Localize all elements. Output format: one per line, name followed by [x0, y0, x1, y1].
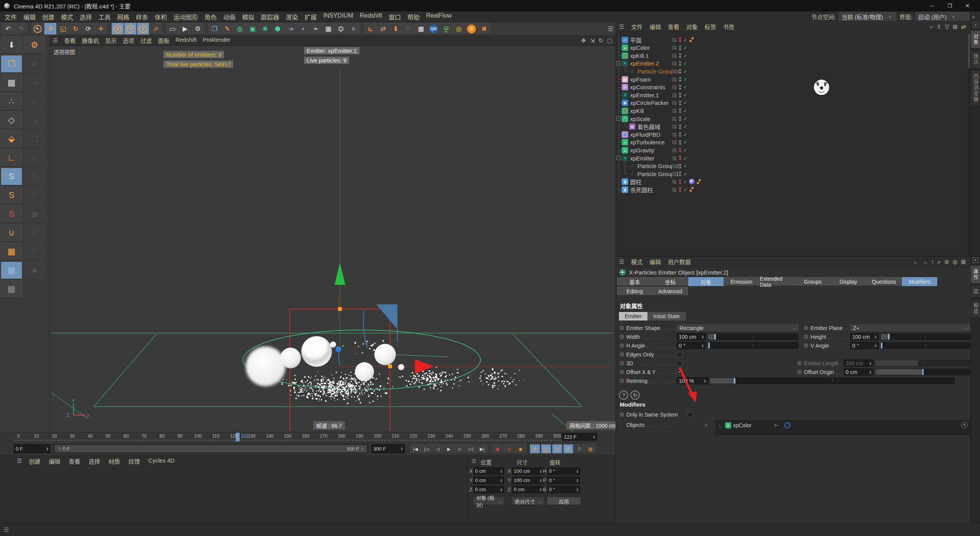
preview-range-bar[interactable]: ‖0 F300 F‖ [54, 444, 368, 453]
keyframe-selection-button[interactable]: ▤ [585, 444, 596, 454]
layer-toggle[interactable] [672, 163, 677, 168]
am-tab-属性[interactable]: 属性 [970, 265, 980, 284]
layer-toggle[interactable] [672, 38, 677, 42]
am-lock-icon[interactable]: ⊘ [944, 258, 949, 265]
coord-field-0-2[interactable]: 0 cm▲▼ [474, 486, 504, 493]
tree-row-xpGravity[interactable]: ⇣xpGravity✓ [616, 146, 967, 154]
layer-toggle[interactable] [672, 124, 677, 129]
om-add-tab-icon[interactable]: + [973, 22, 978, 28]
layer-toggle[interactable] [672, 69, 677, 74]
menu-选择[interactable]: 选择 [80, 12, 92, 21]
coord-field-2-1[interactable]: 0 °▲▼ [547, 477, 580, 484]
menu-创建[interactable]: 创建 [42, 12, 54, 21]
expand-icon[interactable]: − [616, 61, 621, 65]
workplane-grid-icon[interactable]: ▦ [1, 243, 22, 260]
3d-checkbox[interactable] [677, 361, 682, 366]
anim-dot-icon[interactable] [804, 343, 808, 348]
am-forward-icon[interactable]: → [922, 258, 928, 265]
visibility-dots[interactable] [679, 155, 681, 161]
offset-origin-slider[interactable] [875, 369, 970, 375]
model-mode-icon[interactable]: ❒ [1, 55, 22, 73]
width-field[interactable]: 100 cm▲▼ [677, 333, 706, 340]
key-rotation-toggle[interactable]: ↻ [552, 444, 562, 454]
layer-toggle[interactable] [672, 187, 677, 192]
attr-tab-Extended Data[interactable]: Extended Data [760, 277, 795, 286]
key-point-level-toggle[interactable]: ⠿ [574, 444, 585, 454]
tree-row-xpColor[interactable]: ●xpColor✓ [616, 44, 967, 52]
magnet-icon[interactable]: ∪ [1, 224, 22, 242]
sound-icon[interactable]: S [466, 23, 477, 34]
xparticles-tag-icon[interactable] [689, 187, 694, 192]
enable-check-icon[interactable]: ✓ [683, 53, 688, 59]
visibility-dots[interactable] [679, 140, 681, 145]
tree-row-xpFluidPBD[interactable]: ◆xpFluidPBD✓ [616, 131, 967, 138]
coordinate-system-icon[interactable]: ⬀ [150, 23, 162, 34]
key-scale-toggle[interactable]: ◱ [541, 444, 551, 454]
maximize-button[interactable]: ❐ [941, 3, 959, 9]
anim-dot-icon[interactable] [804, 335, 808, 339]
target-icon[interactable]: ◎ [453, 23, 465, 34]
coord-field-0-1[interactable]: 0 cm▲▼ [474, 477, 504, 484]
attr-tab-Groups[interactable]: Groups [795, 277, 830, 286]
coord-field-2-0[interactable]: 0 °▲▼ [547, 467, 580, 475]
am-search-icon[interactable]: ⌕ [938, 258, 941, 265]
edges-mode-icon[interactable]: ◇ [1, 111, 22, 129]
vp-menu-查看[interactable]: 查看 [64, 36, 75, 44]
enable-check-icon[interactable]: ✓ [683, 84, 688, 90]
scale-tool-icon[interactable]: ◱ [57, 23, 69, 34]
om-menu-icon[interactable]: ☰ [619, 23, 624, 30]
array-grid-icon[interactable]: ▦ [415, 23, 427, 34]
subtab-Initial State[interactable]: Initial State [647, 312, 685, 320]
am-tab-构造[interactable]: 构造 [970, 299, 980, 318]
om-scrollbar[interactable] [967, 33, 970, 255]
om-menu-标签[interactable]: 标签 [705, 23, 716, 31]
mat-menu-Cycles 4D[interactable]: Cycles 4D [149, 457, 175, 465]
menu-模式[interactable]: 模式 [61, 12, 73, 21]
menu-渲染[interactable]: 渲染 [286, 12, 298, 21]
coord-field-1-2[interactable]: 0 cm▲▼ [512, 486, 544, 493]
om-tab-内容浏览器[interactable]: 内容浏览器 [970, 70, 980, 106]
emitter-length-field[interactable]: 200 cm▲▼ [844, 360, 874, 367]
light-icon[interactable]: ○ [348, 23, 359, 34]
enable-check-icon[interactable]: ✓ [683, 155, 688, 161]
vp-menu-面板[interactable]: 面板 [158, 36, 170, 44]
anim-dot-icon[interactable] [620, 335, 624, 339]
tree-row-着色器域[interactable]: ▦着色器域✓ [616, 123, 967, 131]
tree-row-xpScale[interactable]: −⁝xpScale✓ [616, 115, 967, 123]
character-icon[interactable]: 웃 [440, 23, 452, 34]
visibility-dots[interactable] [679, 77, 681, 82]
am-tab-层[interactable]: 层 [970, 285, 980, 298]
modifier-entry-xpcolor[interactable]: ∟●xpColor⊢−↖ [716, 421, 970, 430]
enable-check-icon[interactable]: ✓ [683, 187, 688, 193]
layer-toggle[interactable] [672, 100, 677, 105]
enable-check-icon[interactable]: ✓ [683, 124, 688, 129]
layer-toggle[interactable] [672, 45, 677, 50]
am-menu-编辑[interactable]: 编辑 [649, 258, 661, 266]
axis-z-toggle[interactable]: Z [137, 23, 149, 34]
am-up-icon[interactable]: ↑ [931, 258, 934, 265]
enable-check-icon[interactable]: ✓ [683, 132, 688, 137]
emitter-shape-select[interactable]: Rectangle⌄ [677, 324, 798, 332]
feather-brush-icon[interactable]: ❧ [310, 23, 322, 34]
layer-toggle[interactable] [672, 140, 677, 145]
v-angle-field[interactable]: 0 °▲▼ [850, 342, 879, 349]
toggle-view-icon[interactable]: ▢ [607, 37, 612, 44]
tree-row-Particle Group 1[interactable]: ∴Particle Group 1✓ [616, 170, 967, 178]
tree-row-Particle Group 3[interactable]: ∴Particle Group 3✓ [616, 67, 967, 75]
vp-menu-显示[interactable]: 显示 [105, 36, 116, 44]
autokey-button[interactable]: ◉ [515, 444, 526, 454]
om-tab-场次[interactable]: 场次 [970, 50, 980, 69]
mograph-icon[interactable]: ⬢ [272, 23, 284, 34]
primitive-cube-icon[interactable]: ❒ [209, 23, 220, 34]
snap-target-icon[interactable]: S [1, 205, 22, 223]
remove-icon[interactable]: − [784, 422, 791, 428]
layer-toggle[interactable] [672, 179, 677, 184]
tree-row-xpConstraints[interactable]: ⧉xpConstraints✓ [616, 83, 967, 91]
layer-toggle[interactable] [672, 108, 677, 113]
am-menu-icon[interactable]: ☰ [619, 258, 624, 265]
layer-toggle[interactable] [672, 85, 677, 90]
tree-row-xpKill.1[interactable]: ⊘xpKill.1✓ [616, 52, 967, 59]
workplane-icon[interactable]: ⊾ [364, 23, 376, 34]
record-button[interactable]: ◉ [492, 444, 503, 454]
menu-帮助[interactable]: 帮助 [407, 12, 420, 21]
